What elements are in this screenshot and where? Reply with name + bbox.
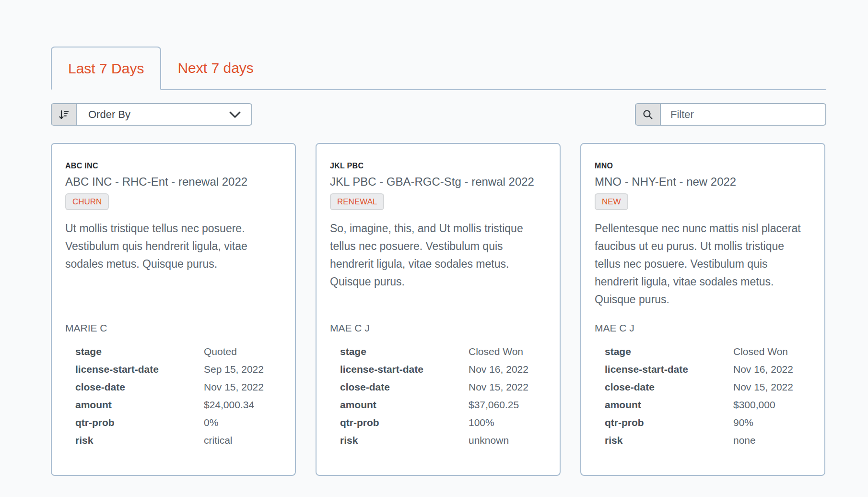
account-name: MNO [595, 160, 811, 172]
owner-name: MAE C J [330, 321, 546, 335]
tab-bar: Last 7 Days Next 7 days [51, 47, 826, 90]
account-name: ABC INC [65, 160, 282, 172]
field-value: Nov 16, 2022 [469, 360, 528, 378]
field-value: 100% [469, 414, 494, 431]
opportunity-title: ABC INC - RHC-Ent - renewal 2022 [65, 174, 282, 190]
tab-label: Last 7 Days [68, 60, 144, 77]
field-label: qtr-prob [605, 414, 733, 431]
field-label: close-date [605, 378, 733, 396]
table-row: qtr-prob 90% [595, 414, 811, 431]
field-value: Quoted [204, 343, 237, 360]
field-label: license-start-date [75, 360, 204, 378]
field-value: Sep 15, 2022 [204, 360, 264, 378]
toolbar: Order By [51, 103, 826, 126]
field-label: license-start-date [340, 360, 469, 378]
field-label: risk [605, 431, 733, 449]
tab-label: Next 7 days [177, 60, 253, 76]
field-table: stage Quoted license-start-date Sep 15, … [65, 343, 282, 449]
table-row: stage Closed Won [595, 343, 811, 360]
table-row: amount $300,000 [595, 396, 811, 414]
field-value: unknown [469, 431, 509, 449]
opportunity-card[interactable]: MNO MNO - NHY-Ent - new 2022 NEW Pellent… [580, 143, 825, 476]
field-label: risk [340, 431, 469, 449]
opportunity-card-list: ABC INC ABC INC - RHC-Ent - renewal 2022… [51, 143, 826, 476]
status-badge: CHURN [65, 193, 109, 210]
field-value: Nov 16, 2022 [733, 360, 793, 378]
search-icon [636, 104, 661, 125]
account-name: JKL PBC [330, 160, 546, 172]
field-value: none [733, 431, 756, 449]
field-value: Nov 15, 2022 [469, 378, 528, 396]
field-value: Closed Won [469, 343, 523, 360]
tab-next-7-days[interactable]: Next 7 days [161, 47, 270, 89]
field-value: $24,000.34 [204, 396, 254, 414]
field-label: amount [340, 396, 469, 414]
opportunity-description: So, imagine, this, and Ut mollis tristiq… [330, 220, 546, 321]
field-label: stage [340, 343, 469, 360]
filter-control [635, 103, 826, 126]
field-label: amount [75, 396, 204, 414]
opportunity-card[interactable]: JKL PBC JKL PBC - GBA-RGC-Stg - renwal 2… [316, 143, 561, 476]
order-by-value: Order By [77, 108, 228, 121]
field-value: 90% [733, 414, 753, 431]
table-row: risk none [595, 431, 811, 449]
filter-input[interactable] [661, 104, 825, 125]
field-value: $37,060.25 [469, 396, 519, 414]
field-value: $300,000 [733, 396, 775, 414]
order-by-select[interactable]: Order By [51, 103, 252, 126]
table-row: stage Quoted [65, 343, 282, 360]
tab-last-7-days[interactable]: Last 7 Days [51, 47, 161, 90]
status-badge: NEW [595, 193, 628, 210]
table-row: license-start-date Nov 16, 2022 [330, 360, 546, 378]
opportunities-page: Last 7 Days Next 7 days Order By [51, 47, 826, 476]
table-row: amount $37,060.25 [330, 396, 546, 414]
table-row: amount $24,000.34 [65, 396, 282, 414]
table-row: stage Closed Won [330, 343, 546, 360]
field-value: 0% [204, 414, 218, 431]
opportunity-title: MNO - NHY-Ent - new 2022 [595, 174, 811, 190]
table-row: license-start-date Sep 15, 2022 [65, 360, 282, 378]
status-badge: RENEWAL [330, 193, 384, 210]
table-row: license-start-date Nov 16, 2022 [595, 360, 811, 378]
field-label: close-date [340, 378, 469, 396]
sort-amount-down-icon [52, 104, 77, 125]
table-row: qtr-prob 100% [330, 414, 546, 431]
field-table: stage Closed Won license-start-date Nov … [595, 343, 811, 449]
table-row: risk unknown [330, 431, 546, 449]
field-value: Nov 15, 2022 [204, 378, 264, 396]
field-table: stage Closed Won license-start-date Nov … [330, 343, 546, 449]
field-value: Closed Won [733, 343, 788, 360]
opportunity-description: Ut mollis tristique tellus nec posuere. … [65, 220, 282, 321]
owner-name: MAE C J [595, 321, 811, 335]
field-label: stage [75, 343, 204, 360]
field-value: critical [204, 431, 233, 449]
field-label: license-start-date [605, 360, 733, 378]
field-value: Nov 15, 2022 [733, 378, 793, 396]
table-row: close-date Nov 15, 2022 [595, 378, 811, 396]
field-label: qtr-prob [75, 414, 204, 431]
field-label: close-date [75, 378, 204, 396]
owner-name: MARIE C [65, 321, 282, 335]
table-row: qtr-prob 0% [65, 414, 282, 431]
field-label: amount [605, 396, 733, 414]
field-label: stage [605, 343, 733, 360]
chevron-down-icon [228, 110, 251, 119]
field-label: qtr-prob [340, 414, 469, 431]
table-row: close-date Nov 15, 2022 [65, 378, 282, 396]
table-row: close-date Nov 15, 2022 [330, 378, 546, 396]
opportunity-card[interactable]: ABC INC ABC INC - RHC-Ent - renewal 2022… [51, 143, 296, 476]
opportunity-title: JKL PBC - GBA-RGC-Stg - renwal 2022 [330, 174, 546, 190]
field-label: risk [75, 431, 204, 449]
table-row: risk critical [65, 431, 282, 449]
opportunity-description: Pellentesque nec nunc mattis nisl placer… [595, 220, 811, 321]
